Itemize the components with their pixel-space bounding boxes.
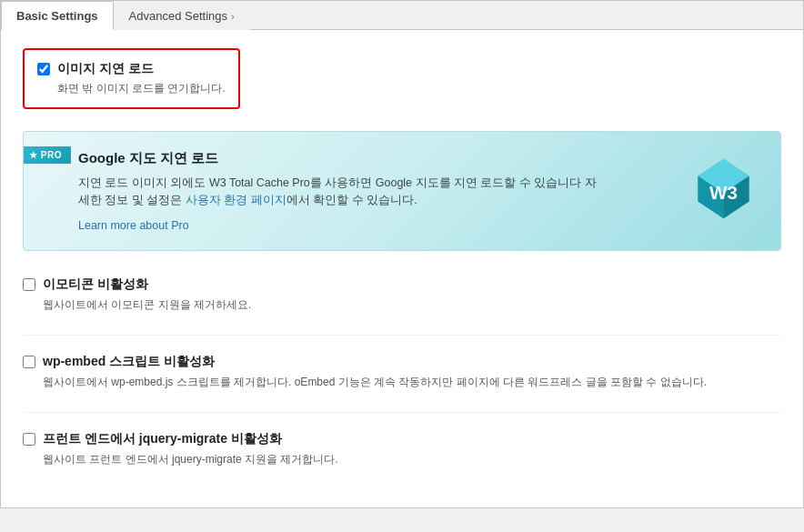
pro-banner: ★ PRO Google 지도 지연 로드 지연 로드 이미지 외에도 W3 T… [23,131,781,251]
emoticon-checkbox[interactable] [23,278,35,291]
main-content: 이미지 지연 로드 화면 밖 이미지 로드를 연기합니다. ★ PRO Goog… [1,30,803,507]
learn-more-link[interactable]: Learn more about Pro [78,219,189,232]
tab-advanced[interactable]: Advanced Settings › [114,1,250,30]
divider-1 [23,335,781,336]
emoticon-section: 이모티콘 비활성화 웹사이트에서 이모티콘 지원을 제거하세요. [23,276,781,313]
highlighted-option-box: 이미지 지연 로드 화면 밖 이미지 로드를 연기합니다. [23,48,240,109]
tab-advanced-label: Advanced Settings [129,9,227,23]
emoticon-label: 이모티콘 비활성화 [43,276,148,293]
divider-2 [23,412,781,413]
wpembed-checkbox[interactable] [23,356,35,368]
jquery-migrate-section: 프런트 엔드에서 jquery-migrate 비활성화 웹사이트 프런트 엔드… [23,431,781,467]
emoticon-row: 이모티콘 비활성화 [23,276,781,293]
pro-title: Google 지도 지연 로드 [78,150,762,167]
jquery-migrate-row: 프런트 엔드에서 jquery-migrate 비활성화 [23,431,781,447]
svg-text:W3: W3 [709,182,738,203]
lazy-load-row: 이미지 지연 로드 [37,61,226,77]
wpembed-desc: 웹사이트에서 wp-embed.js 스크립트를 제거합니다. oEmbed 기… [43,374,781,390]
lazy-load-checkbox[interactable] [37,63,50,75]
emoticon-desc: 웹사이트에서 이모티콘 지원을 제거하세요. [43,296,781,313]
jquery-migrate-checkbox[interactable] [23,433,35,446]
wpembed-section: wp-embed 스크립트 비활성화 웹사이트에서 wp-embed.js 스크… [23,354,781,390]
jquery-migrate-desc: 웹사이트 프런트 엔드에서 jquery-migrate 지원을 제거합니다. [43,451,781,467]
wpembed-label: wp-embed 스크립트 비활성화 [43,354,215,370]
lazy-load-desc: 화면 밖 이미지 로드를 연기합니다. [57,81,226,96]
pro-env-link[interactable]: 사용자 환경 페이지 [186,194,286,206]
tab-basic-label: Basic Settings [16,9,98,23]
pro-text-part2: 에서 확인할 수 있습니다. [286,194,417,206]
chevron-right-icon: › [231,11,235,22]
pro-badge: ★ PRO [23,146,71,164]
tabs-bar: Basic Settings Advanced Settings › [1,1,803,30]
jquery-migrate-label: 프런트 엔드에서 jquery-migrate 비활성화 [43,431,282,447]
tab-basic[interactable]: Basic Settings [1,1,114,30]
lazy-load-label: 이미지 지연 로드 [57,61,154,77]
pro-description: 지연 로드 이미지 외에도 W3 Total Cache Pro를 사용하면 G… [78,175,606,209]
w3-logo: W3 [689,155,762,227]
wpembed-row: wp-embed 스크립트 비활성화 [23,354,781,370]
settings-panel: Basic Settings Advanced Settings › 이미지 지… [0,0,804,508]
